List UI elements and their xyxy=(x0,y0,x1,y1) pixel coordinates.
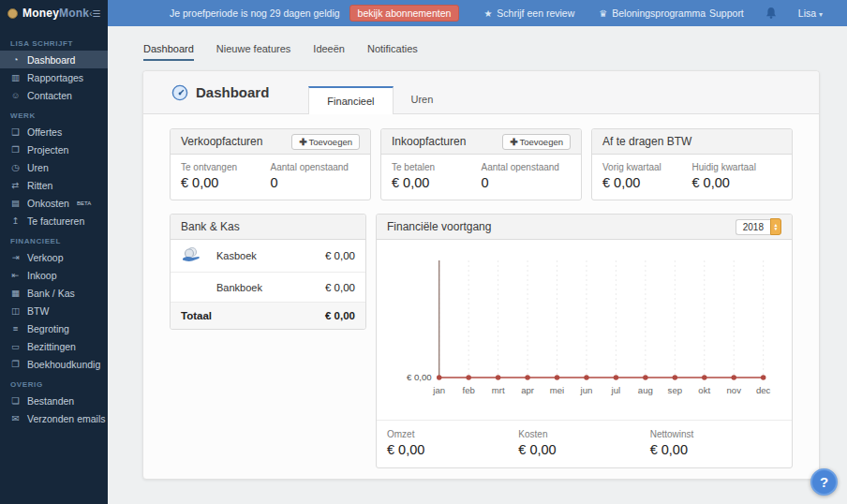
sales-icon: ⇥ xyxy=(10,252,21,262)
bankboek-row[interactable]: Bankboek € 0,00 xyxy=(171,273,365,303)
sidebar-item-offertes[interactable]: ❑Offertes xyxy=(0,123,108,141)
svg-text:€ 0,00: € 0,00 xyxy=(407,372,432,382)
te-ontvangen-stat: Te ontvangen € 0,00 xyxy=(181,162,271,190)
inkoopfacturen-card: Inkoopfacturen ✚Toevoegen Te betalen € 0… xyxy=(380,128,582,200)
to-invoice-icon: ↥ xyxy=(10,215,21,226)
tab-dashboard[interactable]: Dashboard xyxy=(143,43,194,61)
logo-area[interactable]: MoneyMonk ‹☰ xyxy=(0,0,108,26)
tab-financieel[interactable]: Financieel xyxy=(308,86,393,114)
contacts-icon: ☺ xyxy=(10,90,21,100)
bank-kas-total-row: Totaal € 0,00 xyxy=(171,303,365,329)
support-link[interactable]: Support xyxy=(709,7,744,19)
chart-area: janfebmrtaprmeijunjulaugsepoktnovdec€ 0,… xyxy=(377,240,792,416)
stat-value: 0 xyxy=(271,175,361,190)
total-label: Totaal xyxy=(181,310,325,321)
sidebar-item-inkoop[interactable]: ⇤Inkoop xyxy=(0,266,108,284)
svg-text:dec: dec xyxy=(756,385,771,395)
stat-label: Huidig kwartaal xyxy=(692,162,782,172)
tab-ideeen[interactable]: Ideeën xyxy=(313,43,345,61)
omzet-stat: Omzet € 0,00 xyxy=(387,429,518,457)
aantal-openstaand-stat: Aantal openstaand 0 xyxy=(482,162,572,190)
sidebar-item-projecten[interactable]: ❒Projecten xyxy=(0,141,108,158)
topbar-right: Support Lisa ▾ xyxy=(709,7,847,20)
nettowinst-stat: Nettowinst € 0,00 xyxy=(650,429,781,457)
view-subscriptions-button[interactable]: bekijk abonnementen xyxy=(349,5,460,22)
sidebar-section-header: WERK xyxy=(0,104,108,123)
aantal-openstaand-stat: Aantal openstaand 0 xyxy=(271,162,361,190)
user-menu[interactable]: Lisa ▾ xyxy=(798,7,823,19)
envelope-icon: ✉ xyxy=(10,413,21,423)
kasboek-row[interactable]: Kasboek € 0,00 xyxy=(171,240,365,273)
sidebar-item-bezittingen[interactable]: ▭Bezittingen xyxy=(0,337,108,355)
sidebar-item-bank-kas[interactable]: ▦Bank / Kas xyxy=(0,284,108,302)
bookkeeping-icon: ❐ xyxy=(10,359,21,369)
bank-kas-card: Bank & Kas Kasboek € 0,00 xyxy=(170,214,366,330)
sidebar-item-verzonden-emails[interactable]: ✉Verzonden emails xyxy=(0,409,108,427)
sidebar-item-btw[interactable]: ◫BTW xyxy=(0,302,108,319)
sidebar-item-uren[interactable]: ◷Uren xyxy=(0,158,108,176)
sidebar-collapse-icon[interactable]: ‹☰ xyxy=(89,8,100,19)
brand-name: MoneyMonk xyxy=(22,7,89,20)
kasboek-value: € 0,00 xyxy=(325,250,355,261)
rewards-program-link[interactable]: ♛ Beloningsprogramma xyxy=(599,7,706,19)
total-value: € 0,00 xyxy=(325,310,355,321)
add-verkoopfactuur-button[interactable]: ✚Toevoegen xyxy=(291,134,360,150)
summary-cards-row: Verkoopfacturen ✚Toevoegen Te ontvangen … xyxy=(170,128,793,200)
sidebar-item-ritten[interactable]: ⇄Ritten xyxy=(0,176,108,194)
svg-text:jun: jun xyxy=(580,385,593,395)
write-review-link[interactable]: ★ Schrijf een review xyxy=(483,7,574,19)
bank-kas-header: Bank & Kas xyxy=(171,215,365,240)
stat-label: Kosten xyxy=(518,429,649,439)
purchases-icon: ⇤ xyxy=(10,270,21,280)
bankboek-value: € 0,00 xyxy=(325,282,355,293)
bank-icon: ▦ xyxy=(10,288,21,298)
sidebar-item-onkosten[interactable]: ▤OnkostenBETA xyxy=(0,194,108,212)
help-button[interactable]: ? xyxy=(810,468,838,496)
sidebar-item-boekhoudkundig[interactable]: ❐Boekhoudkundig xyxy=(0,355,108,373)
year-input[interactable]: 2018 xyxy=(736,219,770,235)
stat-label: Omzet xyxy=(387,429,518,439)
inkoopfacturen-body: Te betalen € 0,00 Aantal openstaand 0 xyxy=(381,155,581,200)
bankboek-label: Bankboek xyxy=(216,282,325,293)
add-inkoopfactuur-button[interactable]: ✚Toevoegen xyxy=(502,134,571,150)
sidebar-item-verkoop[interactable]: ⇥Verkoop xyxy=(0,248,108,266)
clock-icon: ◷ xyxy=(10,162,21,172)
svg-text:nov: nov xyxy=(726,385,741,395)
chart-icon: ▥ xyxy=(10,72,21,82)
plus-icon: ✚ xyxy=(299,137,306,147)
te-betalen-stat: Te betalen € 0,00 xyxy=(392,162,482,190)
sidebar: LISA SCHRIJFT ◔Dashboard ▥Rapportages ☺C… xyxy=(0,26,108,504)
trips-icon: ⇄ xyxy=(10,180,21,190)
vorig-kwartaal-stat: Vorig kwartaal € 0,00 xyxy=(602,162,692,190)
dashboard-icon: ◔ xyxy=(10,54,21,65)
vat-icon: ◫ xyxy=(10,305,21,316)
stat-value: € 0,00 xyxy=(650,442,781,457)
sidebar-item-begroting[interactable]: ≡Begroting xyxy=(0,319,108,337)
btw-header: Af te dragen BTW xyxy=(592,129,792,155)
main-content: Dashboard Nieuwe features Ideeën Notific… xyxy=(108,26,847,504)
sidebar-item-bestanden[interactable]: ❏Bestanden xyxy=(0,392,108,409)
tab-nieuwe-features[interactable]: Nieuwe features xyxy=(216,43,291,61)
assets-icon: ▭ xyxy=(10,341,21,351)
stat-label: Aantal openstaand xyxy=(271,162,361,172)
tab-uren[interactable]: Uren xyxy=(394,86,452,113)
trial-message: Je proefperiode is nog 29 dagen geldig xyxy=(170,7,340,19)
progress-chart: janfebmrtaprmeijunjulaugsepoktnovdec€ 0,… xyxy=(380,245,788,412)
sidebar-item-contacten[interactable]: ☺Contacten xyxy=(0,86,108,104)
sidebar-item-dashboard[interactable]: ◔Dashboard xyxy=(0,51,108,68)
svg-text:jul: jul xyxy=(611,385,621,395)
notifications-bell-icon[interactable] xyxy=(765,7,778,20)
stepper-down-icon: ▼ xyxy=(774,227,779,230)
files-icon: ❏ xyxy=(10,395,21,406)
stat-value: € 0,00 xyxy=(392,175,482,190)
stat-value: € 0,00 xyxy=(518,442,649,457)
svg-text:mrt: mrt xyxy=(492,385,505,395)
year-stepper-buttons[interactable]: ▲▼ xyxy=(770,218,781,235)
btw-body: Vorig kwartaal € 0,00 Huidig kwartaal € … xyxy=(592,155,792,200)
tab-notificaties[interactable]: Notificaties xyxy=(367,43,418,61)
sidebar-item-te-factureren[interactable]: ↥Te factureren xyxy=(0,212,108,230)
svg-text:aug: aug xyxy=(638,385,653,395)
sidebar-item-rapportages[interactable]: ▥Rapportages xyxy=(0,68,108,86)
dashboard-tabs: Financieel Uren xyxy=(308,86,451,113)
financiele-voortgang-header: Financiële voortgang 2018 ▲▼ xyxy=(377,215,792,240)
